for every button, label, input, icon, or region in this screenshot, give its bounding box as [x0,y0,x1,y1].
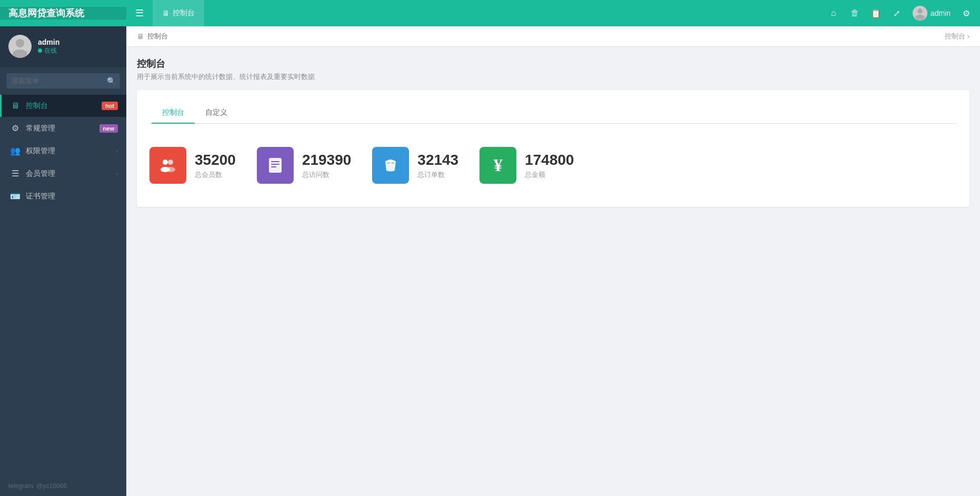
sidebar-label-cert: 证书管理 [26,192,118,201]
breadcrumb-left: 🖥 控制台 [137,32,168,41]
stat-card-amount: ¥ 174800 总金额 [479,147,574,184]
svg-point-4 [163,160,168,165]
header-tabs: ☰ 🖥 控制台 [126,0,824,26]
stat-value-members: 35200 [195,151,236,169]
member-icon: ☰ [10,168,21,178]
yuan-icon: ¥ [494,155,503,175]
sidebar-label-member: 会员管理 [26,169,111,178]
stats-grid: 35200 总会员数 [149,136,957,194]
stat-label-members: 总会员数 [195,170,236,180]
search-icon[interactable]: 🔍 [107,77,116,85]
user-avatar [8,35,32,58]
breadcrumb-icon: 🖥 [137,32,144,41]
app-title: 高息网贷查询系统 [8,7,84,19]
svg-rect-8 [269,158,282,173]
svg-point-1 [915,15,925,20]
fullscreen-icon-button[interactable]: ⤢ [887,4,906,23]
search-box: 🔍 [6,73,120,88]
stat-label-orders: 总订单数 [417,170,458,180]
sidebar-item-general[interactable]: ⚙ 常规管理 new [0,117,126,140]
header-tab-icon: 🖥 [162,9,169,17]
sidebar-label-general: 常规管理 [26,124,94,133]
dashboard-icon: 🖥 [10,101,21,111]
home-icon-button[interactable]: ⌂ [824,4,843,23]
breadcrumb-path: 控制台 [147,32,168,41]
share-icon-button[interactable]: ⚙ [957,4,976,23]
stat-label-amount: 总金额 [525,170,574,180]
sidebar-item-member[interactable]: ☰ 会员管理 › [0,162,126,185]
sidebar-status: 在线 [38,46,59,55]
svg-rect-11 [271,166,276,167]
stat-info-visits: 219390 总访问数 [302,151,351,180]
top-header: 高息网贷查询系统 ☰ 🖥 控制台 ⌂ 🗑 📋 ⤢ admin ⚙ [0,0,980,26]
stat-value-orders: 32143 [417,151,458,169]
content-area: 🖥 控制台 控制台 › 控制台 用于展示当前系统中的统计数据、统计报表及重要实时… [126,26,980,496]
sidebar-footer: telegram: @yc10086 [0,476,126,496]
svg-point-7 [166,167,175,172]
sidebar-username: admin [38,38,59,46]
header-right: ⌂ 🗑 📋 ⤢ admin ⚙ [824,4,980,23]
stat-value-amount: 174800 [525,151,574,169]
sidebar-item-permission[interactable]: 👥 权限管理 › [0,140,126,162]
page-content: 控制台 用于展示当前系统中的统计数据、统计报表及重要实时数据 控制台 自定义 [126,47,980,217]
sidebar: admin 在线 🔍 🖥 控制台 hot ⚙ 常规管理 new [0,26,126,496]
sidebar-item-dashboard[interactable]: 🖥 控制台 hot [0,95,126,117]
logo-area: 高息网贷查询系统 [0,7,126,19]
tab-custom[interactable]: 自定义 [195,103,238,124]
stat-icon-amount: ¥ [479,147,516,184]
cert-icon: 🪪 [10,191,21,201]
stat-info-orders: 32143 总订单数 [417,151,458,180]
admin-avatar [913,6,927,21]
page-header: 控制台 用于展示当前系统中的统计数据、统计报表及重要实时数据 [137,57,969,82]
stat-icon-orders [372,147,409,184]
user-panel: admin 在线 [0,26,126,67]
svg-point-12 [387,160,394,163]
search-input[interactable] [6,73,120,88]
page-subtitle: 用于展示当前系统中的统计数据、统计报表及重要实时数据 [137,72,969,82]
permission-icon: 👥 [10,146,21,156]
member-arrow-icon: › [116,170,118,177]
permission-arrow-icon: › [116,147,118,155]
general-icon: ⚙ [10,123,21,133]
breadcrumb-right: 控制台 › [945,32,969,41]
page-title: 控制台 [137,57,969,70]
online-dot [38,48,42,53]
stat-icon-visits [257,147,294,184]
breadcrumb-bar: 🖥 控制台 控制台 › [126,26,980,47]
stat-value-visits: 219390 [302,151,351,169]
svg-point-3 [13,49,27,58]
sidebar-label-permission: 权限管理 [26,146,111,156]
sidebar-label-dashboard: 控制台 [26,101,96,111]
clear-icon-button[interactable]: 🗑 [845,4,864,23]
stat-card-visits: 219390 总访问数 [257,147,351,184]
svg-rect-10 [271,164,279,165]
svg-point-5 [168,160,173,165]
main-layout: admin 在线 🔍 🖥 控制台 hot ⚙ 常规管理 new [0,26,980,496]
user-info: admin 在线 [38,38,59,55]
admin-user-button[interactable]: admin [908,6,955,21]
svg-point-2 [16,39,24,47]
badge-new: new [99,124,118,133]
svg-rect-9 [271,161,279,162]
svg-point-0 [917,8,923,14]
stat-card-members: 35200 总会员数 [149,147,236,184]
tab-dashboard[interactable]: 控制台 [152,103,195,124]
stat-icon-members [149,147,186,184]
stat-info-members: 35200 总会员数 [195,151,236,180]
badge-hot: hot [102,102,118,110]
main-panel: 控制台 自定义 [137,90,969,207]
stat-label-visits: 总访问数 [302,170,351,180]
sidebar-nav: 🖥 控制台 hot ⚙ 常规管理 new 👥 权限管理 › ☰ 会员管理 › 🪪 [0,95,126,207]
stat-info-amount: 174800 总金额 [525,151,574,180]
header-tab-dashboard[interactable]: 🖥 控制台 [153,0,204,26]
sidebar-item-cert[interactable]: 🪪 证书管理 [0,185,126,207]
copy-icon-button[interactable]: 📋 [866,4,885,23]
header-tab-label: 控制台 [173,8,195,18]
admin-label: admin [931,9,951,17]
stat-card-orders: 32143 总订单数 [372,147,458,184]
menu-toggle-button[interactable]: ☰ [126,0,153,26]
tab-bar: 控制台 自定义 [149,103,957,124]
